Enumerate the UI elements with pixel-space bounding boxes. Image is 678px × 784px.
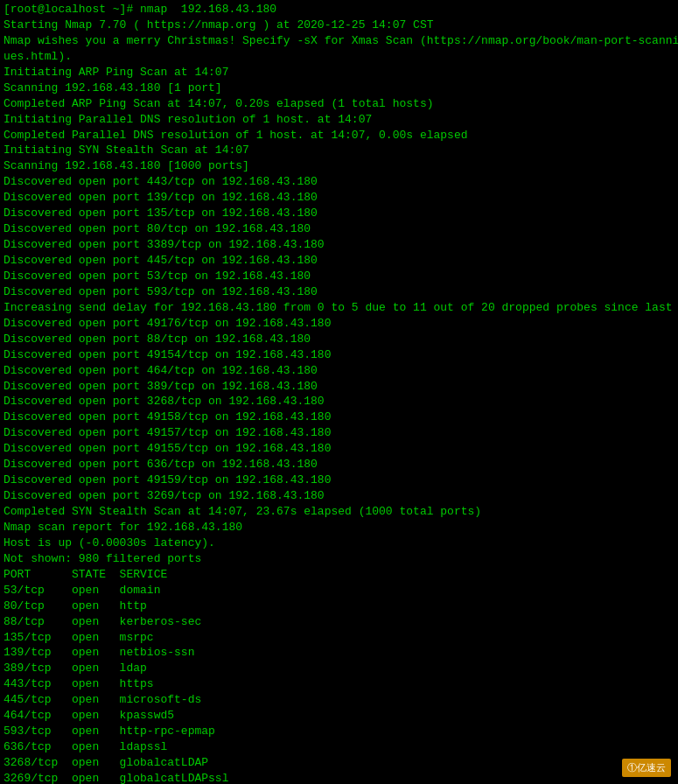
terminal-line: ues.html). xyxy=(3,49,675,65)
terminal-line: 636/tcp open ldapssl xyxy=(3,739,675,755)
terminal-line: Completed Parallel DNS resolution of 1 h… xyxy=(3,128,675,144)
terminal-line: Discovered open port 49176/tcp on 192.16… xyxy=(3,316,675,332)
terminal-line: Discovered open port 49159/tcp on 192.16… xyxy=(3,472,675,488)
terminal-line: 3269/tcp open globalcatLDAPssl xyxy=(3,771,675,784)
terminal-line: Starting Nmap 7.70 ( https://nmap.org ) … xyxy=(3,18,675,33)
terminal-line: Scanning 192.168.43.180 [1000 ports] xyxy=(3,158,675,174)
terminal-line: 445/tcp open microsoft-ds xyxy=(3,692,675,708)
terminal-line: Discovered open port 49154/tcp on 192.16… xyxy=(3,347,675,363)
terminal-line: Discovered open port 464/tcp on 192.168.… xyxy=(3,363,675,379)
terminal-line: Discovered open port 53/tcp on 192.168.4… xyxy=(3,269,675,284)
terminal-line: 3268/tcp open globalcatLDAP xyxy=(3,755,675,771)
terminal-output: [root@localhost ~]# nmap 192.168.43.180S… xyxy=(3,2,675,784)
terminal-line: Discovered open port 49158/tcp on 192.16… xyxy=(3,410,675,425)
terminal-line: Discovered open port 88/tcp on 192.168.4… xyxy=(3,332,675,347)
terminal-line: 139/tcp open netbios-ssn xyxy=(3,645,675,661)
terminal-line: Not shown: 980 filtered ports xyxy=(3,551,675,567)
terminal-line: 135/tcp open msrpc xyxy=(3,630,675,646)
terminal-line: [root@localhost ~]# nmap 192.168.43.180 xyxy=(3,2,675,18)
terminal-line: Discovered open port 3389/tcp on 192.168… xyxy=(3,237,675,253)
terminal-window: [root@localhost ~]# nmap 192.168.43.180S… xyxy=(0,0,678,784)
terminal-line: Completed ARP Ping Scan at 14:07, 0.20s … xyxy=(3,96,675,112)
terminal-line: Nmap scan report for 192.168.43.180 xyxy=(3,520,675,536)
terminal-line: 593/tcp open http-rpc-epmap xyxy=(3,724,675,739)
terminal-line: Completed SYN Stealth Scan at 14:07, 23.… xyxy=(3,504,675,520)
terminal-line: Increasing send delay for 192.168.43.180… xyxy=(3,300,675,316)
terminal-line: Discovered open port 80/tcp on 192.168.4… xyxy=(3,221,675,237)
terminal-line: Initiating Parallel DNS resolution of 1 … xyxy=(3,112,675,128)
terminal-line: Discovered open port 135/tcp on 192.168.… xyxy=(3,206,675,221)
terminal-line: Discovered open port 389/tcp on 192.168.… xyxy=(3,379,675,395)
terminal-line: Discovered open port 443/tcp on 192.168.… xyxy=(3,174,675,190)
terminal-line: Discovered open port 445/tcp on 192.168.… xyxy=(3,253,675,269)
terminal-line: Discovered open port 593/tcp on 192.168.… xyxy=(3,284,675,300)
terminal-line: Initiating ARP Ping Scan at 14:07 xyxy=(3,65,675,80)
terminal-line: Scanning 192.168.43.180 [1 port] xyxy=(3,80,675,96)
terminal-line: Discovered open port 3269/tcp on 192.168… xyxy=(3,488,675,504)
terminal-line: PORT STATE SERVICE xyxy=(3,567,675,583)
terminal-line: 88/tcp open kerberos-sec xyxy=(3,614,675,630)
terminal-line: Discovered open port 49157/tcp on 192.16… xyxy=(3,425,675,441)
terminal-line: Discovered open port 3268/tcp on 192.168… xyxy=(3,394,675,410)
terminal-line: Discovered open port 49155/tcp on 192.16… xyxy=(3,441,675,457)
watermark-badge: ①亿速云 xyxy=(622,759,671,777)
terminal-line: 443/tcp open https xyxy=(3,676,675,692)
terminal-line: Host is up (-0.00030s latency). xyxy=(3,536,675,551)
terminal-line: 389/tcp open ldap xyxy=(3,661,675,676)
terminal-line: 80/tcp open http xyxy=(3,598,675,614)
terminal-line: Nmap wishes you a merry Christmas! Speci… xyxy=(3,33,675,49)
terminal-line: Initiating SYN Stealth Scan at 14:07 xyxy=(3,143,675,158)
terminal-line: 464/tcp open kpasswd5 xyxy=(3,708,675,724)
terminal-line: Discovered open port 139/tcp on 192.168.… xyxy=(3,190,675,206)
terminal-line: Discovered open port 636/tcp on 192.168.… xyxy=(3,457,675,472)
terminal-line: 53/tcp open domain xyxy=(3,583,675,598)
